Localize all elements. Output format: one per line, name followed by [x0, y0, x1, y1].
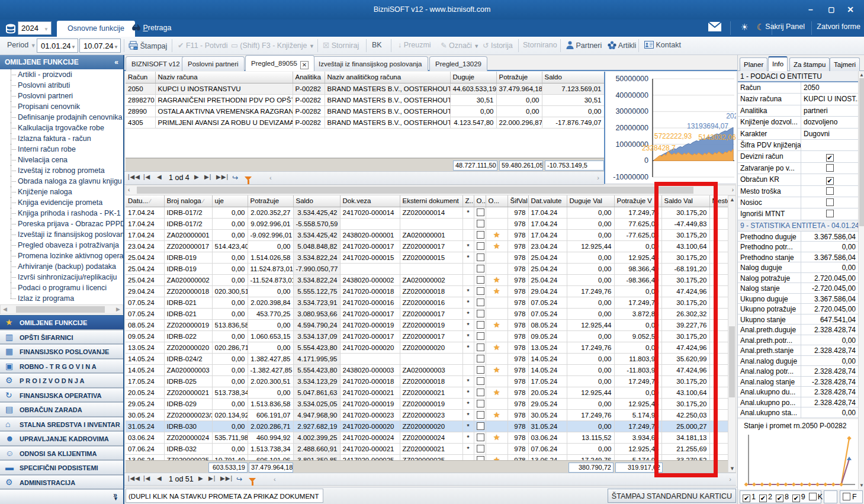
print-standard-card-button[interactable]: ŠTAMPAJ STANDARDNU KARTICU	[608, 489, 736, 503]
pager-refresh-icon[interactable]: ↪	[232, 174, 239, 182]
row-checkbox[interactable]	[477, 220, 484, 227]
tab-pregled-13029[interactable]: Pregled_13029	[429, 56, 487, 71]
column-header[interactable]: Duguje	[450, 72, 496, 83]
column-header[interactable]: ŠifVal	[508, 195, 528, 207]
row-checkbox[interactable]	[477, 344, 484, 351]
info-vscrollbar[interactable]: ▲▼	[858, 71, 864, 489]
sidebar-tree-item[interactable]: Knjiga prihoda i rashoda - PK-1	[0, 208, 123, 219]
row-checkbox[interactable]	[477, 276, 484, 284]
pager-right-chevron[interactable]: ›	[597, 174, 599, 181]
row-checkbox[interactable]	[477, 456, 484, 460]
minimize-button[interactable]: –	[802, 5, 820, 14]
maximize-button[interactable]: ▢	[823, 5, 840, 14]
sidebar-section-upravljanje-kadrovima[interactable]: ☻UPRAVLJANJE KADROVIMA	[0, 431, 123, 446]
collapse-icon[interactable]: «	[114, 58, 118, 66]
sidebar-tree-item[interactable]: Izveštaji iz finansijskog poslovanja	[0, 229, 123, 240]
column-header[interactable]: Dat.valute	[528, 195, 567, 207]
pager-left-chevron[interactable]: ‹	[269, 174, 272, 181]
info-field-row[interactable]: Naziv računaKUPCI U INOST...	[738, 94, 858, 105]
info-field-row[interactable]: Devizni račun✔	[738, 151, 858, 162]
row-checkbox[interactable]	[477, 445, 484, 452]
sidebar-tree-item[interactable]: Pregled obaveza i potraživanja	[0, 240, 123, 251]
pager-prevpage-button[interactable]: |◀	[143, 475, 150, 481]
filter-icon[interactable]	[249, 478, 256, 482]
pager-prev-button[interactable]: ◀	[157, 174, 162, 180]
row-checkbox[interactable]	[477, 355, 484, 362]
pager-prev-button[interactable]: ◀	[157, 475, 162, 481]
reversed-button[interactable]: Stornirano	[523, 41, 557, 49]
pager-nextpage-button[interactable]: ▶|	[204, 174, 211, 180]
table-row[interactable]: 2898270RAGRANIČENI PRETHODNI PDV PO OPŠT…	[126, 94, 604, 105]
row-checkbox[interactable]	[477, 321, 484, 329]
posting-button[interactable]: ▭ (Shift) F3 - Knjiženje ▼	[231, 41, 314, 50]
sidebar-section-stalna-sredstva-i-inventar[interactable]: ⌂STALNA SREDSTVA I INVENTAR	[0, 417, 123, 432]
field-checkbox[interactable]	[826, 198, 834, 206]
table-row[interactable]: 25.04.24ZA0200000020,00-11.524.873,013.5…	[126, 274, 728, 285]
row-checkbox[interactable]	[477, 310, 484, 317]
history-button[interactable]: ↺ Istorija	[483, 41, 513, 50]
table-row[interactable]: 07.06.24IDRB-0320,001.513.738,342.488.66…	[126, 443, 728, 454]
column-header[interactable]: Potražuje	[248, 195, 293, 207]
column-header[interactable]: Eksterni dokument	[400, 195, 462, 207]
pager-prevpage-button[interactable]: |◀	[143, 174, 150, 180]
tab-izve-taji-iz-finansijskog-poslovanja[interactable]: Izveštaji iz finansijskog poslovanja	[313, 56, 428, 71]
sidebar-tree-item[interactable]: Kalkulacija trgovačke robe	[0, 123, 123, 133]
row-checkbox[interactable]	[477, 253, 484, 261]
sidebar-tree-item[interactable]: Knjiga evidencije prometa	[0, 197, 123, 208]
sidebar-tree-item[interactable]: Izlazna faktura - račun	[0, 133, 123, 144]
sidebar-tree-item[interactable]: Izlaz iz programa	[0, 293, 123, 304]
field-checkbox[interactable]: ✔	[826, 154, 834, 162]
sidebar-tree-item[interactable]: Poslovni atributi	[0, 80, 123, 91]
info-field-row[interactable]: Nosioc	[738, 197, 858, 208]
column-header[interactable]: Datu... ∕	[126, 195, 164, 207]
table-row[interactable]: 29.04.24ZZ020000018020.300,510,005.555.1…	[126, 285, 728, 297]
pager-first-button[interactable]: |◀◀	[128, 174, 140, 180]
entries-vscrollbar[interactable]: ▲▼	[728, 195, 736, 473]
field-checkbox[interactable]: ✔	[826, 177, 834, 185]
tab-biznisoft-v12[interactable]: BIZNISOFT v12	[126, 56, 186, 71]
sidebar-tree-item[interactable]: Definisanje prodajnih cenovnika	[0, 112, 123, 123]
row-checkbox[interactable]	[477, 265, 484, 272]
table-row[interactable]: 08.05.24ZZ020000019513.836,580,004.594.7…	[126, 319, 728, 330]
close-button[interactable]: ✕	[841, 5, 859, 14]
info-field-row[interactable]: Obračun KR✔	[738, 174, 858, 185]
table-row[interactable]: 2050KUPCI U INOSTRANSTVUP-00282BRAND MAS…	[126, 83, 604, 94]
sidebar-section-odnosi-sa-klijentima[interactable]: ☺ODNOSI SA KLIJENTIMA	[0, 446, 123, 461]
table-row[interactable]: 09.05.24IDRB-0220,001.060.653,153.534.13…	[126, 330, 728, 342]
pager-last-button[interactable]: ▶▶|	[220, 475, 233, 481]
sidebar-tree-item[interactable]: Interni račun robe	[0, 144, 123, 155]
row-checkbox[interactable]	[477, 208, 484, 216]
panel-tab-planer[interactable]: Planer	[740, 57, 767, 71]
sidebar-tree-item[interactable]: Obrada naloga za glavnu knjigu	[0, 176, 123, 187]
field-checkbox[interactable]	[826, 187, 834, 195]
sidebar-section-omiljene-funkcije[interactable]: ★OMILJENE FUNKCIJE	[0, 315, 123, 330]
table-row[interactable]: 13.06.24ZZ02000002510.791,40606.101,063.…	[126, 454, 728, 460]
panel-tab-info[interactable]: Info	[768, 56, 788, 71]
column-header[interactable]: Potražuje	[496, 72, 542, 83]
download-button[interactable]: ↓ Preuzmi	[398, 41, 431, 49]
series-checkbox-9[interactable]: ✔9	[792, 493, 805, 501]
column-header[interactable]: Naziv računa	[155, 72, 293, 83]
year-selector[interactable]: 2024▼	[18, 21, 52, 35]
mark-button[interactable]: ✎ Označi ▼	[441, 41, 479, 50]
dark-mode-icon[interactable]: ☾	[757, 22, 765, 33]
sidebar-tree-item[interactable]: Promena lozinke aktivnog operatora	[0, 251, 123, 261]
light-mode-icon[interactable]: ☀	[741, 22, 749, 33]
column-header[interactable]: Saldo	[293, 195, 340, 207]
panel-tab-tajmeri[interactable]: Tajmeri	[830, 57, 860, 71]
table-row[interactable]: 4305PRIMLJENI AVANSI ZA ROBU U DEVIZAMAP…	[126, 117, 604, 128]
row-checkbox[interactable]	[477, 287, 484, 295]
tab-osnovne-funkcije[interactable]: Osnovne funkcije	[57, 21, 135, 37]
tab-poslovni-partneri[interactable]: Poslovni partneri	[182, 56, 245, 71]
sidebar-tree-item[interactable]: Izveštaj iz robnog prometa	[0, 165, 123, 176]
column-header[interactable]: O...	[486, 195, 508, 207]
pager-refresh-icon[interactable]: ↪	[236, 475, 243, 483]
series-checkbox-8[interactable]: ✔8	[776, 493, 789, 501]
sidebar-section-obra-un-zarada[interactable]: ▤OBRAČUN ZARADA	[0, 402, 123, 417]
reverse-button[interactable]: ☒ Storniraj	[323, 41, 359, 50]
tab-close-icon[interactable]: ✕	[300, 61, 309, 69]
pager-next-button[interactable]: ▶	[194, 174, 200, 180]
column-header[interactable]: Duguje Val	[567, 195, 614, 207]
main-hscrollbar[interactable]: ‹›	[126, 185, 736, 195]
row-checkbox[interactable]	[477, 411, 484, 419]
